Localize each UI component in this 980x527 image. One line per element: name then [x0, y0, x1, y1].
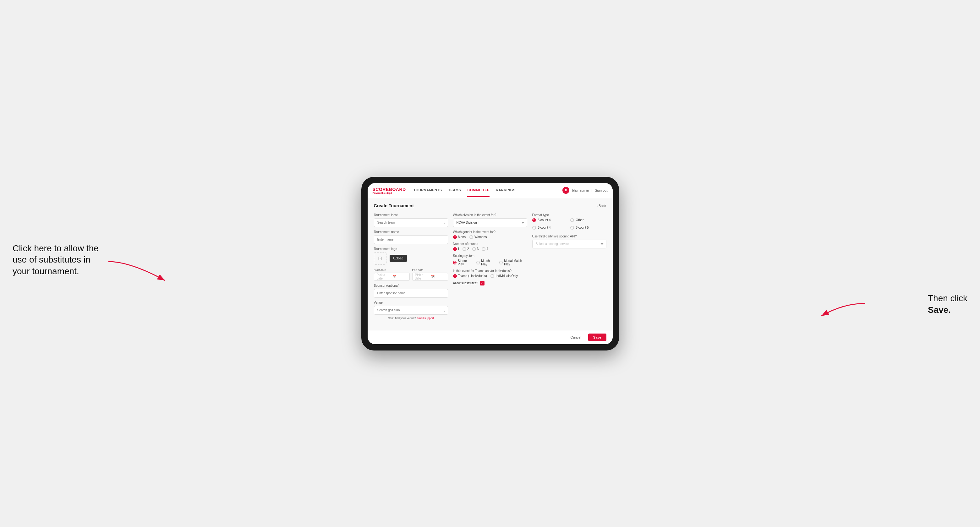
stroke-play-label: Stroke Play	[458, 259, 473, 266]
gender-womens-option[interactable]: Womens	[469, 235, 487, 239]
medal-match-play-label: Medal Match Play	[504, 259, 527, 266]
annotation-left: Click here to allow the use of substitut…	[13, 243, 100, 277]
sponsor-input[interactable]	[374, 289, 448, 298]
stroke-play-radio[interactable]	[453, 261, 457, 264]
round-1-option[interactable]: 1	[453, 247, 460, 251]
upload-button[interactable]: Upload	[390, 255, 407, 262]
format-other-radio[interactable]	[570, 218, 574, 222]
division-select[interactable]: NCAA Division I	[453, 218, 527, 227]
logo-text: SCOREBOARD	[373, 187, 406, 192]
round-4-radio[interactable]	[482, 247, 485, 251]
tournament-name-label: Tournament name	[374, 230, 448, 234]
format-options-grid: 5 count 4 Other 6 count 4	[532, 218, 606, 232]
division-label: Which division is the event for?	[453, 213, 527, 217]
teams-radio[interactable]	[453, 274, 457, 278]
gender-mens-radio[interactable]	[453, 235, 457, 239]
start-date-placeholder: Pick a date	[377, 273, 391, 280]
calendar-icon-end: 📅	[431, 275, 445, 278]
scoring-api-label: Use third-party live scoring API?	[532, 235, 606, 238]
arrow-right-icon	[818, 300, 869, 319]
allow-substitutes-label: Allow substitutes?	[453, 281, 478, 285]
page-title: Create Tournament	[374, 203, 414, 208]
sponsor-label: Sponsor (optional)	[374, 284, 448, 287]
nav-right: B blair admin | Sign out	[562, 187, 607, 194]
event-type-label: Is this event for Teams and/or Individua…	[453, 269, 527, 273]
format-other-option[interactable]: Other	[570, 218, 606, 222]
tablet-screen: SCOREBOARD Powered by clippd TOURNAMENTS…	[368, 183, 613, 344]
save-button[interactable]: Save	[588, 333, 606, 341]
round-3-option[interactable]: 3	[472, 247, 479, 251]
sign-out-link[interactable]: Sign out	[595, 189, 607, 192]
logo-brand: clippd	[385, 192, 392, 194]
format-5count4-option[interactable]: 5 count 4	[532, 218, 568, 222]
start-date-section: Start date Pick a date 📅	[374, 268, 410, 281]
main-content: Create Tournament ‹ Back Tournament Host…	[368, 198, 613, 330]
match-play-option[interactable]: Match Play	[476, 259, 495, 266]
nav-separator: |	[591, 189, 592, 192]
nav-committee[interactable]: COMMITTEE	[467, 184, 490, 197]
rounds-label: Number of rounds	[453, 242, 527, 246]
round-2-option[interactable]: 2	[463, 247, 469, 251]
page-header: Create Tournament ‹ Back	[374, 203, 606, 208]
tournament-logo-section: Tournament logo ⊡ Upload	[374, 247, 448, 265]
round-4-option[interactable]: 4	[482, 247, 488, 251]
tournament-logo-label: Tournament logo	[374, 247, 448, 251]
form-grid: Tournament Host ⌄ Tournament name Tourna	[374, 213, 606, 323]
logo-scoreboard: SCOREBOARD	[373, 187, 406, 192]
format-6count5-radio[interactable]	[570, 226, 574, 230]
allow-substitutes-checkbox[interactable]: ✓	[480, 281, 485, 286]
format-5count4-radio[interactable]	[532, 218, 536, 222]
individuals-radio[interactable]	[490, 274, 494, 278]
back-button[interactable]: ‹ Back	[597, 204, 606, 208]
format-6count5-option[interactable]: 6 count 5	[570, 226, 606, 230]
end-date-label: End date	[412, 268, 448, 271]
scoring-system-radio-group: Stroke Play Match Play Medal Match Play	[453, 259, 527, 266]
gender-label: Which gender is the event for?	[453, 230, 527, 234]
division-section: Which division is the event for? NCAA Di…	[453, 213, 527, 227]
nav-rankings[interactable]: RANKINGS	[496, 184, 515, 197]
scoring-system-section: Scoring system Stroke Play Match Play	[453, 254, 527, 266]
round-3-radio[interactable]	[472, 247, 476, 251]
right-column: Format type 5 count 4 Other	[532, 213, 606, 323]
gender-radio-group: Mens Womens	[453, 235, 527, 239]
round-1-radio[interactable]	[453, 247, 457, 251]
round-3-label: 3	[477, 247, 479, 251]
round-1-label: 1	[458, 247, 460, 251]
form-footer: Cancel Save	[368, 330, 613, 344]
match-play-radio[interactable]	[476, 261, 480, 264]
tournament-name-input[interactable]	[374, 235, 448, 244]
teams-label: Teams (+Individuals)	[458, 274, 487, 278]
medal-match-play-option[interactable]: Medal Match Play	[499, 259, 527, 266]
format-5count4-label: 5 count 4	[538, 218, 551, 222]
start-date-input[interactable]: Pick a date 📅	[374, 273, 410, 281]
email-support-link[interactable]: email support	[417, 317, 434, 320]
individuals-option[interactable]: Individuals Only	[490, 274, 518, 278]
allow-substitutes-section: Allow substitutes? ✓	[453, 281, 527, 286]
individuals-label: Individuals Only	[495, 274, 518, 278]
tournament-host-label: Tournament Host	[374, 213, 448, 217]
match-play-label: Match Play	[481, 259, 495, 266]
tournament-host-input[interactable]	[374, 218, 448, 227]
scoring-service-select[interactable]: Select a scoring service	[532, 240, 606, 248]
logo-upload-area: ⊡ Upload	[374, 252, 448, 265]
gender-mens-option[interactable]: Mens	[453, 235, 466, 239]
round-2-label: 2	[467, 247, 469, 251]
left-column: Tournament Host ⌄ Tournament name Tourna	[374, 213, 448, 323]
format-other-label: Other	[576, 218, 584, 222]
gender-womens-radio[interactable]	[469, 235, 473, 239]
format-6count5-label: 6 count 5	[576, 226, 589, 229]
medal-match-play-radio[interactable]	[499, 261, 503, 264]
teams-option[interactable]: Teams (+Individuals)	[453, 274, 487, 278]
sponsor-section: Sponsor (optional)	[374, 284, 448, 298]
format-6count4-radio[interactable]	[532, 226, 536, 230]
cancel-button[interactable]: Cancel	[567, 333, 585, 341]
logo-placeholder-icon: ⊡	[374, 252, 387, 265]
format-6count4-option[interactable]: 6 count 4	[532, 226, 568, 230]
round-2-radio[interactable]	[463, 247, 466, 251]
venue-input[interactable]	[374, 306, 448, 315]
nav-tournaments[interactable]: TOURNAMENTS	[414, 184, 442, 197]
end-date-section: End date Pick a date 📅	[412, 268, 448, 281]
nav-teams[interactable]: TEAMS	[448, 184, 461, 197]
stroke-play-option[interactable]: Stroke Play	[453, 259, 473, 266]
end-date-input[interactable]: Pick a date 📅	[412, 273, 448, 281]
